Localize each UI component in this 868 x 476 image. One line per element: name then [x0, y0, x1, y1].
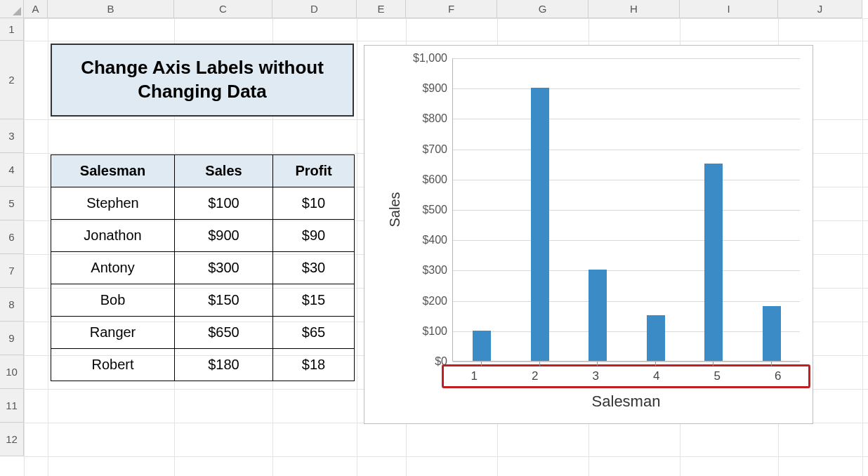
cell-profit[interactable]: $65	[273, 317, 355, 349]
chart-y-tick-label: $300	[422, 264, 447, 277]
chart-gridline	[453, 362, 800, 362]
chart-y-tick-label: $500	[422, 204, 447, 216]
row-header-10[interactable]: 10	[0, 355, 24, 389]
column-header-B[interactable]: B	[48, 0, 174, 18]
chart-gridline	[453, 240, 800, 241]
chart-x-tick-label[interactable]: 5	[687, 366, 748, 386]
chart-gridline	[453, 270, 800, 271]
column-header-H[interactable]: H	[588, 0, 680, 18]
row-header-5[interactable]: 5	[0, 187, 24, 220]
chart-plot-area[interactable]: $0$100$200$300$400$500$600$700$800$900$1…	[452, 58, 800, 362]
cell-profit[interactable]: $90	[273, 220, 355, 252]
chart-x-tick-label[interactable]: 6	[748, 366, 809, 386]
select-all-corner[interactable]	[0, 0, 24, 18]
cell-salesman[interactable]: Jonathon	[51, 220, 175, 252]
column-header-J[interactable]: J	[778, 0, 862, 18]
chart-gridline	[453, 58, 800, 59]
select-all-triangle-icon	[13, 7, 21, 15]
chart-y-tick-label: $200	[422, 295, 447, 308]
svg-marker-0	[13, 7, 21, 15]
cell-profit[interactable]: $18	[273, 349, 355, 381]
worksheet[interactable]: ABCDEFGHIJ 123456789101112 Change Axis L…	[0, 0, 868, 476]
column-header-I[interactable]: I	[680, 0, 778, 18]
chart-x-axis-title[interactable]: Salesman	[452, 392, 800, 411]
chart-x-tick-label[interactable]: 2	[505, 366, 566, 386]
title-merged-cell[interactable]: Change Axis Labels without Changing Data	[51, 44, 354, 117]
chart-bar[interactable]	[473, 331, 491, 361]
chart-gridline	[453, 331, 800, 332]
row-header-6[interactable]: 6	[0, 220, 24, 254]
chart-object[interactable]: Sales $0$100$200$300$400$500$600$700$800…	[364, 45, 813, 424]
cell-sales[interactable]: $150	[175, 284, 273, 317]
column-header-E[interactable]: E	[357, 0, 406, 18]
row-header-7[interactable]: 7	[0, 254, 24, 288]
chart-gridline	[453, 119, 800, 119]
cell-sales[interactable]: $650	[175, 317, 273, 349]
table-row[interactable]: Stephen$100$10	[51, 187, 355, 220]
chart-x-tick-label[interactable]: 1	[444, 366, 505, 386]
cell-salesman[interactable]: Bob	[51, 284, 175, 317]
column-header-D[interactable]: D	[272, 0, 357, 18]
chart-bar[interactable]	[763, 306, 781, 361]
table-header-sales[interactable]: Sales	[175, 155, 273, 187]
chart-gridline	[453, 180, 800, 180]
column-header-A[interactable]: A	[24, 0, 48, 18]
chart-bar[interactable]	[704, 164, 723, 361]
chart-y-tick-label: $800	[422, 112, 447, 125]
chart-x-tick-mark	[655, 362, 656, 366]
column-header-G[interactable]: G	[497, 0, 588, 18]
table-header-profit[interactable]: Profit	[273, 155, 355, 187]
cell-salesman[interactable]: Antony	[51, 252, 175, 284]
cell-salesman[interactable]: Ranger	[51, 317, 175, 349]
chart-x-tick-mark	[481, 362, 482, 366]
chart-x-tick-label[interactable]: 3	[565, 366, 626, 386]
cell-sales[interactable]: $180	[175, 349, 273, 381]
chart-x-axis-labels-highlight[interactable]: 123456	[442, 364, 810, 388]
table-row[interactable]: Bob$150$15	[51, 284, 355, 317]
row-headers: 123456789101112	[0, 18, 24, 456]
chart-gridline	[453, 150, 800, 150]
title-text: Change Axis Labels without Changing Data	[59, 56, 346, 104]
chart-x-tick-mark	[771, 362, 772, 366]
table-row[interactable]: Antony$300$30	[51, 252, 355, 284]
cell-profit[interactable]: $30	[273, 252, 355, 284]
chart-gridline	[453, 301, 800, 302]
cell-salesman[interactable]: Stephen	[51, 187, 175, 220]
chart-y-tick-label: $700	[422, 143, 447, 156]
chart-bar[interactable]	[588, 270, 607, 361]
row-header-9[interactable]: 9	[0, 322, 24, 355]
chart-bar[interactable]	[531, 88, 549, 361]
data-table[interactable]: Salesman Sales Profit Stephen$100$10Jona…	[51, 154, 355, 381]
column-header-C[interactable]: C	[174, 0, 272, 18]
row-header-1[interactable]: 1	[0, 18, 24, 41]
chart-y-tick-label: $1,000	[413, 52, 447, 65]
chart-x-tick-label[interactable]: 4	[626, 366, 688, 386]
row-header-2[interactable]: 2	[0, 41, 24, 119]
row-header-11[interactable]: 11	[0, 389, 24, 423]
row-header-12[interactable]: 12	[0, 423, 24, 456]
chart-y-tick-label: $900	[422, 82, 447, 95]
row-header-8[interactable]: 8	[0, 288, 24, 322]
table-row[interactable]: Ranger$650$65	[51, 317, 355, 349]
cell-salesman[interactable]: Robert	[51, 349, 175, 381]
cell-sales[interactable]: $900	[175, 220, 273, 252]
table-row[interactable]: Robert$180$18	[51, 349, 355, 381]
row-header-4[interactable]: 4	[0, 153, 24, 187]
cell-profit[interactable]: $10	[273, 187, 355, 220]
chart-x-tick-mark	[597, 362, 598, 366]
table-row[interactable]: Jonathon$900$90	[51, 220, 355, 252]
column-header-F[interactable]: F	[406, 0, 497, 18]
cell-sales[interactable]: $300	[175, 252, 273, 284]
chart-y-tick-label: $100	[422, 325, 447, 338]
cell-sales[interactable]: $100	[175, 187, 273, 220]
cell-profit[interactable]: $15	[273, 284, 355, 317]
chart-gridline	[453, 88, 800, 89]
chart-x-tick-mark	[539, 362, 540, 366]
chart-bar[interactable]	[647, 315, 665, 361]
chart-x-tick-mark	[713, 362, 714, 366]
grid-area[interactable]: Change Axis Labels without Changing Data…	[24, 18, 868, 476]
column-headers: ABCDEFGHIJ	[0, 0, 862, 18]
table-header-salesman[interactable]: Salesman	[51, 155, 175, 187]
chart-y-axis-title[interactable]: Sales	[387, 192, 403, 227]
row-header-3[interactable]: 3	[0, 119, 24, 153]
